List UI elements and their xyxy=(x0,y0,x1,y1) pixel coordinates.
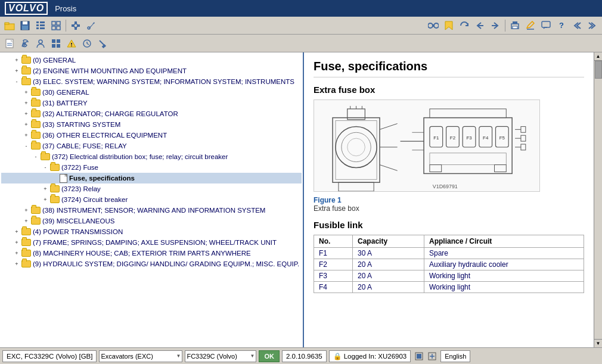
tree-item-label: Fuse, specifications xyxy=(69,175,135,182)
grid-button[interactable] xyxy=(49,37,63,50)
binoculars-button[interactable] xyxy=(426,19,440,32)
expand-icon[interactable]: + xyxy=(12,66,21,76)
table-row: F3 20 A Working light xyxy=(314,270,584,282)
expand-icon[interactable]: - xyxy=(21,141,31,151)
cell-capacity: 20 A xyxy=(353,270,424,282)
cell-no: F2 xyxy=(314,259,353,270)
open-button[interactable] xyxy=(2,19,17,32)
figure-number: Figure 1 xyxy=(314,196,342,204)
tree-item-3722[interactable]: - (3722) Fuse xyxy=(1,162,302,173)
folder-icon xyxy=(50,185,60,192)
go-back-button[interactable] xyxy=(570,19,584,32)
wrench-button[interactable] xyxy=(18,37,32,50)
svg-rect-80 xyxy=(495,165,507,172)
scroll-up-button[interactable]: ▲ xyxy=(594,52,602,61)
status-icon-1[interactable] xyxy=(413,351,425,362)
tree-item-33[interactable]: + (33) STARTING SYSTEM xyxy=(1,119,302,130)
comment-button[interactable] xyxy=(539,19,553,32)
folder-icon xyxy=(21,239,31,246)
folder-icon xyxy=(50,164,60,171)
folder-icon xyxy=(21,57,31,64)
svg-point-42 xyxy=(71,45,72,46)
category-dropdown[interactable]: Excavators (EXC) ▼ xyxy=(99,350,182,362)
scroll-down-button[interactable]: ▼ xyxy=(594,339,602,347)
expand-icon[interactable]: + xyxy=(21,120,31,129)
svg-rect-12 xyxy=(57,21,60,25)
status-icon-2[interactable] xyxy=(426,351,438,362)
svg-point-22 xyxy=(434,23,439,28)
edit-button[interactable] xyxy=(523,19,538,32)
expand-icon[interactable]: + xyxy=(41,195,50,204)
expand-icon[interactable]: + xyxy=(21,109,31,119)
tree-item-38[interactable]: + (38) INSTRUMENT; SENSOR; WARNING AND I… xyxy=(1,205,302,216)
tree-item-31[interactable]: + (31) BATTERY xyxy=(1,98,302,108)
ok-button[interactable]: OK xyxy=(259,350,280,362)
model-dropdown[interactable]: FC3329C (Volvo) ▼ xyxy=(185,350,256,362)
tree-item-elec[interactable]: - (3) ELEC. SYSTEM; WARNING SYSTEM; INFO… xyxy=(1,76,302,87)
expand-icon[interactable]: + xyxy=(12,238,21,247)
toolbar-2 xyxy=(0,35,602,52)
lock-icon: 🔒 xyxy=(333,352,342,360)
print-button[interactable] xyxy=(508,19,522,32)
tools-button[interactable] xyxy=(84,19,98,32)
settings-button[interactable] xyxy=(69,19,83,32)
expand-icon[interactable]: + xyxy=(41,184,50,194)
tree-item-3724[interactable]: + (3724) Circuit breaker xyxy=(1,194,302,205)
go-forward-button[interactable] xyxy=(585,19,600,32)
scroll-thumb[interactable] xyxy=(595,61,602,79)
tree-item-37[interactable]: - (37) CABLE; FUSE; RELAY xyxy=(1,141,302,151)
tree-item-3723[interactable]: + (3723) Relay xyxy=(1,183,302,194)
tree-item-32[interactable]: + (32) ALTERNATOR; CHARGE REGULATOR xyxy=(1,108,302,119)
svg-rect-79 xyxy=(430,165,442,172)
expand-icon[interactable]: + xyxy=(21,206,31,215)
expand-icon[interactable]: - xyxy=(31,152,41,161)
svg-point-52 xyxy=(347,138,365,156)
bookmark-button[interactable] xyxy=(442,19,456,32)
tree-item-8[interactable]: + (8) MACHINERY HOUSE; CAB; EXTERIOR TRI… xyxy=(1,248,302,259)
save-button[interactable] xyxy=(18,19,32,32)
warning-button[interactable] xyxy=(64,37,79,50)
expand-icon[interactable]: + xyxy=(21,98,31,108)
tree-item-label: (30) GENERAL xyxy=(42,89,89,96)
tree-item-7[interactable]: + (7) FRAME; SPRINGS; DAMPING; AXLE SUSP… xyxy=(1,237,302,248)
tree-item-372[interactable]: - (372) Electrical distribution box; fus… xyxy=(1,151,302,162)
svg-rect-11 xyxy=(52,21,55,25)
clock-button[interactable] xyxy=(80,37,94,50)
tree-item-30[interactable]: + (30) GENERAL xyxy=(1,87,302,98)
tree-item-36[interactable]: + (36) OTHER ELECTRICAL EQUIPMENT xyxy=(1,130,302,141)
folder-icon xyxy=(31,132,41,139)
svg-rect-78 xyxy=(430,153,506,165)
expand-icon[interactable]: + xyxy=(12,227,21,237)
tree-item-39[interactable]: + (39) MISCELLANEOUS xyxy=(1,216,302,226)
svg-rect-39 xyxy=(57,44,60,48)
content-scrollbar[interactable]: ▲ ▼ xyxy=(594,52,602,347)
help-button[interactable]: ? xyxy=(554,19,569,32)
tree-view-button[interactable] xyxy=(33,19,48,32)
expand-icon[interactable]: - xyxy=(41,163,50,172)
tree-item-9[interactable]: + (9) HYDRAULIC SYSTEM; DIGGING/ HANDLIN… xyxy=(1,259,302,269)
new-doc-button[interactable] xyxy=(2,37,17,50)
svg-rect-86 xyxy=(521,144,526,150)
refresh-button[interactable] xyxy=(457,19,471,32)
expand-icon[interactable]: + xyxy=(21,216,31,226)
expand-icon[interactable]: + xyxy=(12,55,21,65)
expand-icon[interactable]: - xyxy=(12,77,21,86)
person-button[interactable] xyxy=(33,37,48,50)
expand-icon[interactable]: + xyxy=(21,88,31,97)
screwdriver-button[interactable] xyxy=(95,37,110,50)
tree-item-4[interactable]: + (4) POWER TRANSMISSION xyxy=(1,226,302,237)
tree-item-fuse-spec[interactable]: Fuse, specifications xyxy=(1,173,302,183)
box-view-button[interactable] xyxy=(49,19,63,32)
back-button[interactable] xyxy=(473,19,487,32)
svg-text:F3: F3 xyxy=(466,135,472,141)
separator-2 xyxy=(505,20,505,32)
forward-button[interactable] xyxy=(488,19,502,32)
expand-icon[interactable]: + xyxy=(12,259,21,269)
content-title: Fuse, specifications xyxy=(314,60,584,77)
expand-icon[interactable]: + xyxy=(21,130,31,140)
tree-item-engine[interactable]: + (2) ENGINE WITH MOUNTING AND EQUIPMENT xyxy=(1,66,302,76)
cell-no: F3 xyxy=(314,270,353,282)
version-field: 2.0.10.9635 xyxy=(282,350,327,362)
expand-icon[interactable]: + xyxy=(12,248,21,258)
tree-item-general[interactable]: + (0) GENERAL xyxy=(1,55,302,66)
